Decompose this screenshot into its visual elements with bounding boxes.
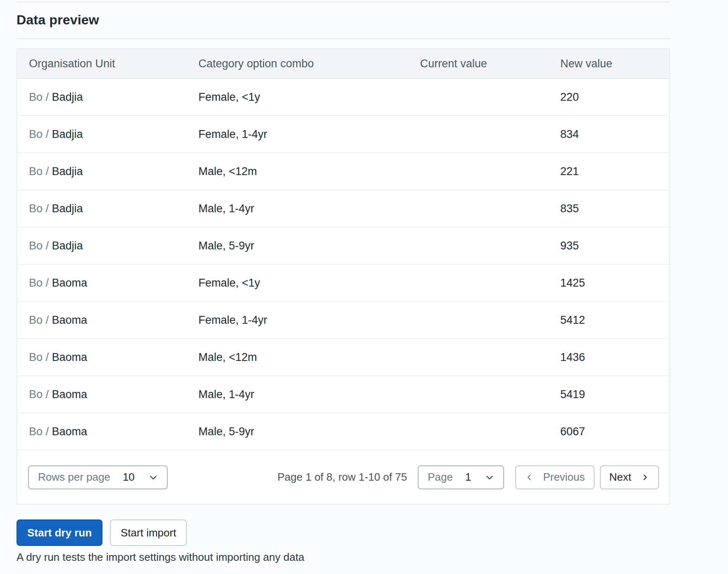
org-unit-name: Baoma [52,388,88,401]
org-unit-name: Badjia [52,202,83,215]
path-separator: / [43,351,52,363]
category-option-combo-cell: Female, <1y [187,264,409,301]
current-value-cell [409,78,549,116]
path-separator: / [43,240,52,252]
new-value-cell: 835 [549,190,669,227]
rows-per-page-select[interactable]: Rows per page 10 [28,465,168,489]
new-value-cell: 6067 [549,413,669,450]
org-unit-name: Badjia [52,128,83,140]
import-preview-section: Data preview Organisation Unit Category … [17,2,670,563]
previous-page-button[interactable]: Previous [515,465,594,489]
table-header-row: Organisation Unit Category option combo … [17,49,669,78]
category-option-combo-cell: Male, 1-4yr [187,190,409,227]
category-option-combo-cell: Male, 1-4yr [187,376,409,413]
current-value-cell [409,264,549,301]
new-value-cell: 221 [549,153,669,190]
rows-per-page-label: Rows per page [38,471,110,484]
page-select[interactable]: Page 1 [418,465,504,489]
new-value-cell: 834 [549,116,669,153]
org-unit-cell: Bo / Badjia [17,116,187,153]
import-actions: Start dry run Start import [17,519,670,546]
category-option-combo-cell: Female, 1-4yr [187,116,409,153]
current-value-cell [409,190,549,227]
org-unit-cell: Bo / Badjia [17,78,187,116]
start-dry-run-button[interactable]: Start dry run [17,519,102,546]
org-unit-cell: Bo / Baoma [17,301,187,339]
category-option-combo-cell: Female, <1y [187,78,409,116]
current-value-cell [409,153,549,190]
new-value-cell: 5412 [549,301,669,339]
path-separator: / [43,425,52,438]
table-row: Bo / BadjiaMale, 1-4yr835 [17,190,669,227]
path-separator: / [43,128,52,140]
data-preview-card: Organisation Unit Category option combo … [17,48,670,505]
org-unit-name: Badjia [52,91,83,103]
column-header-new-value: New value [549,49,669,78]
table-row: Bo / BadjiaFemale, <1y220 [17,78,669,116]
org-unit-cell: Bo / Badjia [17,190,187,227]
table-row: Bo / BaomaFemale, 1-4yr5412 [17,301,669,339]
org-unit-name: Baoma [52,351,88,363]
category-option-combo-cell: Female, 1-4yr [187,301,409,339]
chevron-down-icon [478,472,495,483]
org-unit-cell: Bo / Baoma [17,339,187,376]
org-unit-cell: Bo / Baoma [17,264,187,301]
page-title: Data preview [17,12,670,28]
table-row: Bo / BadjiaMale, 5-9yr935 [17,227,669,264]
org-unit-ancestor: Bo [29,240,43,252]
category-option-combo-cell: Male, 5-9yr [187,227,409,264]
table-body: Bo / BadjiaFemale, <1y220Bo / BadjiaFema… [17,78,669,450]
table-row: Bo / BaomaMale, <12m1436 [17,339,669,376]
path-separator: / [43,91,52,103]
category-option-combo-cell: Male, 5-9yr [187,413,409,450]
org-unit-ancestor: Bo [29,165,43,178]
current-value-cell [409,339,549,376]
org-unit-cell: Bo / Baoma [17,413,187,450]
new-value-cell: 5419 [549,376,669,413]
dry-run-helper-text: A dry run tests the import settings with… [17,551,670,563]
column-header-organisation-unit: Organisation Unit [17,49,187,78]
org-unit-ancestor: Bo [29,277,43,289]
title-divider [17,38,670,39]
rows-per-page-value: 10 [123,471,135,484]
org-unit-name: Baoma [52,425,88,438]
org-unit-ancestor: Bo [29,91,43,103]
current-value-cell [409,413,549,450]
org-unit-name: Badjia [52,240,83,252]
page-select-label: Page [428,471,453,484]
current-value-cell [409,376,549,413]
org-unit-name: Badjia [52,165,83,178]
data-preview-table: Organisation Unit Category option combo … [17,49,669,451]
next-page-button[interactable]: Next [600,465,659,489]
current-value-cell [409,301,549,339]
start-import-button[interactable]: Start import [110,519,187,546]
category-option-combo-cell: Male, <12m [187,153,409,190]
previous-label: Previous [543,471,585,484]
table-row: Bo / BaomaMale, 1-4yr5419 [17,376,669,413]
org-unit-name: Baoma [52,277,88,289]
column-header-current-value: Current value [409,49,549,78]
top-divider [17,2,670,2]
chevron-down-icon [141,472,159,483]
chevron-right-icon [636,473,649,482]
org-unit-cell: Bo / Baoma [17,376,187,413]
new-value-cell: 220 [549,78,669,116]
path-separator: / [43,202,52,215]
page-select-value: 1 [465,471,471,484]
path-separator: / [43,314,52,326]
pagination-bar: Rows per page 10 Page 1 of 8, row 1-10 o… [17,451,669,504]
org-unit-ancestor: Bo [29,425,43,438]
path-separator: / [43,165,52,178]
pagination-controls: Page 1 of 8, row 1-10 of 75 Page 1 Previ… [278,465,659,489]
org-unit-ancestor: Bo [29,388,43,401]
path-separator: / [43,388,52,401]
new-value-cell: 1436 [549,339,669,376]
org-unit-name: Baoma [52,314,88,326]
column-header-category-option-combo: Category option combo [187,49,409,78]
org-unit-ancestor: Bo [29,202,43,215]
table-row: Bo / BaomaFemale, <1y1425 [17,264,669,301]
path-separator: / [43,277,52,289]
org-unit-ancestor: Bo [29,128,43,140]
org-unit-ancestor: Bo [29,314,43,326]
current-value-cell [409,227,549,264]
